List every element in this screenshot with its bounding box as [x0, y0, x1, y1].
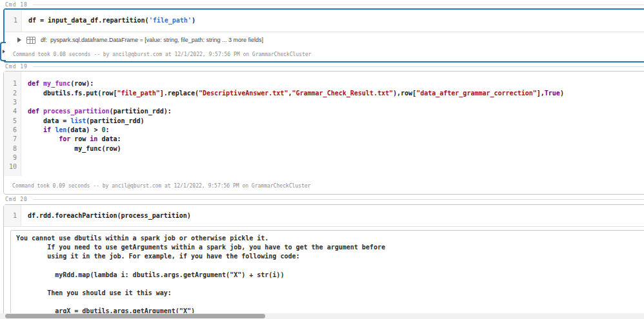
cmd-20-header: Cmd 20 [0, 195, 644, 204]
line-number: 2 [4, 89, 21, 98]
code-line[interactable]: 5 data = list(partition_rdd) [4, 117, 644, 126]
line-number: 6 [4, 126, 21, 135]
code-line[interactable]: 7 for row in data: [4, 135, 644, 144]
line-number: 1 [4, 79, 21, 88]
code-editor-cmd20[interactable]: 1df.rdd.foreachPartition(process_partiti… [4, 205, 644, 226]
cmd18-status-line: Command took 0.08 seconds -- by ancil@qb… [5, 48, 644, 61]
line-number: 9 [4, 153, 21, 162]
cell-collapse-handle[interactable] [0, 42, 6, 61]
line-number: 3 [4, 98, 21, 107]
cmd19-status-line: Command took 0.09 seconds -- by ancil@qb… [4, 176, 644, 194]
code-line[interactable]: 1df.rdd.foreachPartition(process_partiti… [4, 211, 644, 220]
line-number: 1 [4, 211, 21, 220]
line-number: 1 [5, 16, 22, 25]
notebook-cell-cmd18[interactable]: 1df = input_data_df.repartition('file_pa… [3, 8, 644, 63]
databricks-notebook: Cmd 18 1df = input_data_df.repartition('… [0, 0, 644, 319]
code-editor-cmd19[interactable]: 1def my_func(row):2 dbutils.fs.put(row["… [4, 72, 644, 175]
dataframe-result-text: df:pyspark.sql.dataframe.DataFrame = [va… [41, 37, 263, 43]
output-area: You cannot use dbutils within a spark jo… [4, 227, 644, 319]
code-line[interactable]: 2 dbutils.fs.put(row["file_path"].replac… [4, 89, 644, 98]
code-line[interactable]: 10 [4, 162, 644, 171]
dataframe-type: pyspark.sql.dataframe.DataFrame = [value… [50, 37, 263, 43]
code-editor-cmd18[interactable]: 1df = input_data_df.repartition('file_pa… [5, 10, 644, 32]
line-number: 10 [4, 162, 21, 171]
stdout-text: You cannot use dbutils within a spark jo… [16, 234, 641, 319]
code-line[interactable]: 9 [4, 153, 644, 162]
cmd-20-divider [33, 199, 644, 200]
collapse-arrow-icon [3, 50, 5, 53]
horizontal-scrollbar-track[interactable] [0, 313, 644, 319]
horizontal-scrollbar-thumb[interactable] [5, 314, 265, 318]
line-number: 7 [4, 135, 21, 144]
dataframe-name: df: [41, 37, 47, 43]
cmd-18-header: Cmd 18 [0, 0, 644, 8]
notebook-cell-cmd19[interactable]: 1def my_func(row):2 dbutils.fs.put(row["… [3, 71, 644, 194]
result-expander-icon[interactable] [17, 37, 21, 43]
cmd-18-divider [33, 5, 644, 5]
code-line[interactable]: 3 [4, 98, 644, 107]
line-number: 4 [4, 107, 21, 116]
table-icon [26, 37, 35, 44]
notebook-cell-cmd20[interactable]: 1df.rdd.foreachPartition(process_partiti… [3, 204, 644, 319]
cmd-19-label: Cmd 19 [5, 64, 33, 70]
code-line[interactable]: 4def process_partition(partition_rdd): [4, 107, 644, 116]
line-number: 8 [4, 144, 21, 153]
cmd-19-divider [33, 66, 644, 67]
cmd-18-label: Cmd 18 [5, 2, 33, 8]
cmd-20-label: Cmd 20 [5, 197, 33, 202]
code-line[interactable]: 6 if len(data) > 0: [4, 126, 644, 135]
code-line[interactable]: 1def my_func(row): [4, 79, 644, 88]
code-line[interactable]: 8 my_func(row) [4, 144, 644, 153]
dataframe-result-row[interactable]: df:pyspark.sql.dataframe.DataFrame = [va… [5, 32, 644, 48]
stdout-output-box: You cannot use dbutils within a spark jo… [10, 230, 644, 319]
code-line[interactable]: 1df = input_data_df.repartition('file_pa… [5, 16, 644, 25]
line-number: 5 [4, 117, 21, 126]
cmd-19-header: Cmd 19 [0, 63, 644, 71]
